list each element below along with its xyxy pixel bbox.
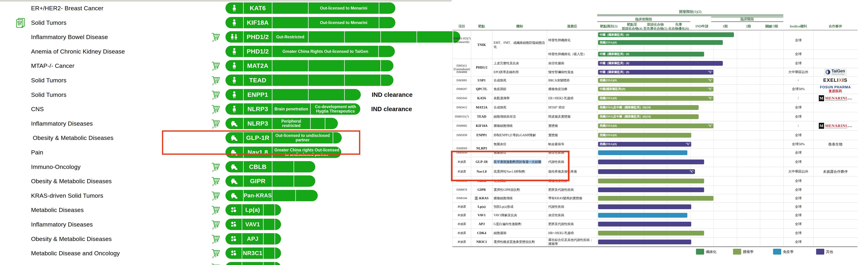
project-cell: 未披露 — [453, 211, 471, 219]
rights-cell: 全球 — [783, 219, 813, 229]
project-cell: ISM3091 — [453, 76, 471, 84]
rights-cell: 全球 — [783, 50, 813, 59]
indication-cell: 庫欣綜合症及其他代謝性疾病；腫瘤學 — [548, 237, 596, 246]
target-cell: VAV1 — [471, 211, 492, 219]
partner-logo-exelixis: EXELIXIS — [814, 77, 856, 83]
column-divider — [547, 30, 547, 246]
mechanism-cell: 選擇性糖皮質激素受體拮抗劑 — [494, 237, 546, 246]
mechanism-cell: 細胞增殖與存活 — [494, 112, 546, 121]
handshake-icon-wrap — [686, 142, 690, 146]
target-cell: 泛-KRAS — [471, 194, 492, 203]
rights-cell: 全球 — [783, 237, 813, 246]
project-cell: ISM6166 — [453, 194, 471, 203]
project-cell: ISM8207 — [453, 84, 471, 94]
project-cell: 未披露 — [453, 219, 471, 229]
indication-cell: 腫瘤免疫治療 — [548, 84, 596, 94]
indication-cell: HR+/HER2-乳腺癌 — [548, 229, 596, 237]
table-bottom-rule — [453, 246, 858, 247]
indication-cell: 間皮瘤及實體瘤 — [548, 112, 596, 121]
rights-cell: / — [783, 94, 813, 103]
project-cell: ISM5939 — [453, 130, 471, 140]
handshake-icon-wrap — [689, 170, 694, 174]
table-col-header: 合作夥伴 — [813, 24, 858, 28]
project-cell: ISM4808 — [453, 68, 471, 76]
stage-bar — [598, 169, 695, 174]
stage-bar-label: 中國（國家藥監局）(8) — [598, 52, 629, 56]
stage-bar-label: 美國(FDA)(8) — [598, 96, 617, 100]
partner-cell: 衡泰生物 — [814, 140, 856, 149]
stage-bar-label: 美國(FDA)(8) — [598, 41, 617, 45]
glp1r-highlight-box-left — [162, 130, 360, 155]
stage-bar-label: 美國(FDA)(8) — [598, 78, 617, 82]
header-line — [711, 17, 783, 17]
handshake-icon — [708, 87, 713, 90]
partner-cell: MMENARINIgroup — [814, 94, 856, 103]
project-cell: 未披露 — [453, 203, 471, 211]
table-col-header: 關鍵/3期 — [757, 24, 786, 28]
project-cell: ISM5043 — [453, 94, 471, 103]
header-line — [711, 21, 783, 22]
rights-cell: 全球 — [783, 211, 813, 219]
pipeline-comparison-screenshot: ER+/HER2- Breast CancerKAT6Out-licensed … — [0, 0, 868, 265]
partner-logo-hengtai: 衡泰生物 — [814, 142, 856, 147]
indication-cell: 慢性腎臟病性貧血 — [548, 68, 596, 76]
mechanism-cell: G蛋白偏向性激動劑 — [494, 219, 546, 229]
handshake-icon — [689, 170, 694, 173]
stage-bar-label: 中國（國家藥監局）(8) — [598, 33, 629, 37]
rights-cell: 全球50% — [783, 84, 813, 94]
table-dev-stage-header: 開發階段(1)(2) — [597, 9, 783, 14]
project-cell: ISM6331(7) — [453, 112, 471, 121]
stage-bar: 中國（國家藥監局）(8) — [598, 32, 734, 37]
indication-cell: 特發性肺纖維化（吸入型） — [548, 50, 596, 59]
stage-bar: 中國(國家藥監局)(8) — [598, 87, 713, 91]
mechanism-cell: 選擇性GIPR拮抗劑 — [494, 186, 546, 194]
handshake-icon — [708, 97, 713, 100]
stage-bar-label: 中國（國家藥監局）(8) — [598, 70, 629, 74]
mechanism-cell: 表觀遺傳學 — [494, 94, 546, 103]
rights-cell: 全球 — [783, 176, 813, 186]
phase-divider — [737, 30, 737, 246]
rights-cell: 全球 — [783, 157, 813, 167]
mechanism-cell: 腫瘤細胞增殖 — [494, 194, 546, 203]
glp1r-highlight-box-right — [451, 151, 569, 181]
stage-bar-label: 中國(國家藥監局)(8) — [598, 87, 625, 91]
table-col-header: Insilico權利 — [783, 24, 813, 28]
stage-bar: 美國(FDA)(8) — [598, 142, 691, 147]
indication-cell: 實體瘤 — [548, 121, 596, 130]
table-col-header: 靶點 — [471, 24, 492, 28]
rights-cell: 全球 — [783, 103, 813, 112]
partner-logo-taigen: TaiGenBiotechnology — [814, 69, 856, 76]
project-cell: ISM001-055(7)(Rentosertib) — [453, 31, 471, 50]
partner-cell: MMENARINIgroup — [814, 121, 856, 130]
mechanism-cell: 合成致死 — [494, 103, 546, 112]
target-cell: PHD1/2 — [471, 59, 492, 76]
stage-bar: 中國（國家藥監局）(8) — [598, 70, 713, 75]
stage-bar: 美國(FDA)(8) — [598, 40, 723, 45]
handshake-icon — [708, 70, 713, 73]
rights-cell: 全球 — [783, 149, 813, 157]
project-cell: 未披露 — [453, 237, 471, 246]
project-cell: ISM0676 — [453, 186, 471, 194]
mechanism-cell: 免疫調節 — [494, 84, 546, 94]
stage-bar: 中國（國家藥監局）(8) — [598, 52, 704, 56]
clinical-stage-header: 臨床階段 — [711, 17, 783, 21]
stage-bar — [598, 187, 704, 192]
indication-cell: MTAP⁻癌症 — [548, 103, 596, 112]
partner-logo-menarini: MMENARINIgroup — [814, 95, 856, 101]
stage-bar: 中國（國家藥監局）(8) — [598, 61, 723, 66]
stage-bar — [598, 150, 687, 155]
handshake-icon-wrap — [708, 79, 713, 82]
stage-bar-label: 美國(FDA)及中國（國家藥監局）(8)(10) — [598, 115, 651, 118]
partner-cell: TaiGenBiotechnology — [814, 68, 856, 76]
project-cell: ISM3412 — [453, 103, 471, 112]
partner-logo-undisclosed: 未披露合作夥伴 — [814, 169, 856, 174]
target-cell: TNIK — [471, 31, 492, 59]
stage-bar — [598, 231, 704, 236]
rights-cell: / — [783, 121, 813, 130]
stage-bar: 美國(FDA)及中國（國家藥監局）(8)(10) — [598, 114, 699, 119]
legend-label: 腫瘤學 — [743, 249, 753, 254]
preclinical-stage-header: 臨床前階段 — [597, 17, 690, 21]
partner-cell: 未披露合作夥伴 — [814, 167, 856, 176]
target-cell: USP1 — [471, 76, 492, 84]
mechanism-cell: 細胞週期 — [494, 229, 546, 237]
